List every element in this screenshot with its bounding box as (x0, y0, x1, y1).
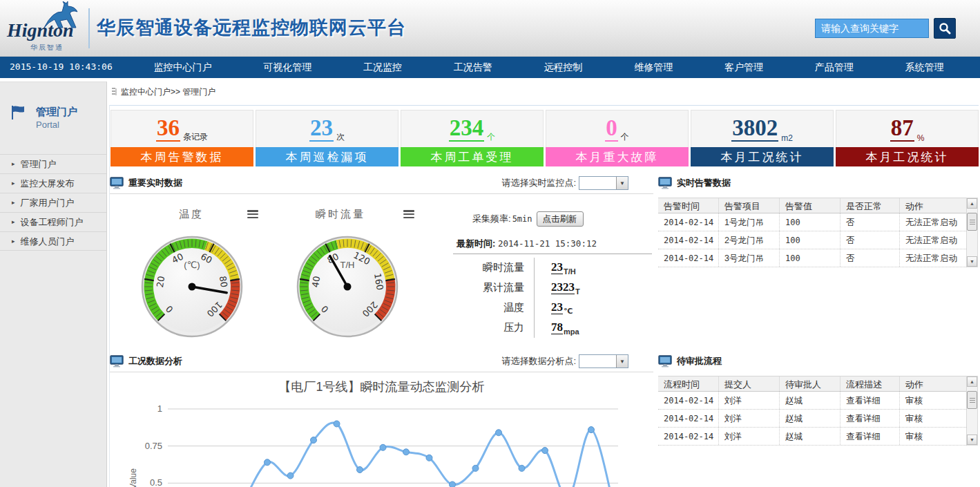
chevron-down-icon: ▼ (616, 355, 628, 367)
stat-card-2[interactable]: 23次本周巡检漏项 (256, 110, 398, 166)
search-input[interactable] (815, 19, 929, 38)
stat-number: 0 (605, 117, 618, 142)
flow-line-chart: 10.750.5Value (110, 396, 653, 487)
metric-value-cell: 23T/H (534, 258, 576, 278)
monitor-icon (110, 177, 124, 189)
nav-item-2[interactable]: 可视化管理 (263, 61, 311, 74)
stat-unit: 次 (336, 131, 345, 147)
scrollbar-thumb[interactable] (967, 391, 977, 409)
scroll-down-icon[interactable]: ▼ (967, 256, 977, 267)
table-cell: 赵城 (780, 392, 840, 409)
column-header: 流程描述 (840, 376, 900, 391)
scroll-up-icon[interactable]: ▲ (967, 376, 977, 387)
stat-card-6[interactable]: 87%本月工况统计 (836, 110, 979, 166)
table-cell[interactable]: 查看详细 (840, 392, 900, 409)
nav-timestamp: 2015-10-19 10:43:06 (10, 61, 113, 72)
stat-card-1[interactable]: 36条记录本周告警数据 (111, 110, 253, 166)
table-row: 2014-02-14刘洋赵城查看详细审核 (658, 410, 966, 428)
nav-item-4[interactable]: 工况告警 (454, 61, 492, 74)
table-cell: 刘洋 (719, 428, 780, 445)
metric-row-4: 压力78mpa (453, 318, 653, 338)
temperature-gauge: 020406080100(℃) (140, 235, 244, 338)
table-cell: 2014-02-14 (658, 231, 719, 249)
panel-realtime-header: 重要实时数据 请选择实时监控点: ▼ (110, 173, 653, 193)
grip-icon (970, 398, 975, 403)
table-header-row: 告警时间告警项目告警值是否正常动作 (658, 198, 966, 213)
scrollbar[interactable]: ▲▼ (966, 376, 978, 446)
stat-card-5[interactable]: 3802m2本月工况统计 (691, 110, 834, 166)
metric-unit: ℃ (564, 307, 573, 318)
search-box (815, 18, 956, 39)
grip-icon (112, 88, 115, 96)
scrollbar-track[interactable] (967, 387, 977, 435)
collect-frequency-row: 采集频率: 5min 点击刷新 (472, 211, 584, 227)
sidebar-item-3[interactable]: ▸厂家用户门户 (0, 193, 106, 212)
content-area: 36条记录本周告警数据23次本周巡检漏项234个本周工单受理0个本月重大故障38… (109, 105, 979, 487)
metric-value: 23 (551, 301, 563, 314)
search-button[interactable] (934, 18, 956, 39)
triangle-right-icon: ▸ (12, 155, 15, 173)
metric-row-3: 温度23℃ (453, 298, 653, 318)
table-cell[interactable]: 审核 (900, 392, 966, 409)
table-cell: 无法正常启动 (900, 231, 966, 249)
alarm-table: 告警时间告警项目告警值是否正常动作2014-02-141号龙门吊100否无法正常… (658, 198, 978, 267)
sidebar-item-2[interactable]: ▸监控大屏发布 (0, 173, 106, 193)
sidebar-item-1[interactable]: ▸管理门户 (0, 154, 106, 173)
chart-menu-icon[interactable] (247, 210, 258, 218)
scroll-up-icon[interactable]: ▲ (967, 198, 977, 209)
nav-item-6[interactable]: 维修管理 (634, 61, 673, 74)
svg-text:0.5: 0.5 (150, 477, 162, 487)
logo[interactable]: Hignton 华辰智通 (6, 1, 88, 55)
refresh-button[interactable]: 点击刷新 (537, 211, 584, 227)
sidebar-item-4[interactable]: ▸设备工程师门户 (0, 212, 106, 231)
scrollbar[interactable]: ▲▼ (966, 198, 978, 267)
metric-value: 23 (551, 261, 563, 274)
metric-unit: T/H (564, 267, 576, 278)
column-header: 提交人 (719, 376, 780, 391)
nav-item-1[interactable]: 监控中心门户 (153, 61, 211, 74)
nav-item-8[interactable]: 产品管理 (815, 61, 854, 74)
triangle-right-icon: ▸ (12, 213, 15, 231)
scrollbar-track[interactable] (967, 209, 977, 256)
stat-value-area: 0个 (546, 110, 689, 147)
table-cell: 赵城 (780, 428, 840, 445)
column-header: 告警值 (780, 198, 840, 213)
sidebar-title: 管理门户 (36, 106, 77, 119)
panel-realtime-data: 重要实时数据 请选择实时监控点: ▼ 温度 瞬时流量 020406080100(… (110, 173, 653, 351)
monitor-point-select[interactable]: ▼ (579, 176, 628, 190)
panel-approval-title: 待审批流程 (677, 355, 722, 367)
table-row: 2014-02-14刘洋赵城查看详细审核 (658, 428, 966, 446)
metric-label: 压力 (453, 321, 534, 334)
table-row: 2014-02-141号龙门吊100否无法正常启动 (658, 213, 966, 231)
stat-card-4[interactable]: 0个本月重大故障 (546, 110, 689, 166)
scroll-down-icon[interactable]: ▼ (967, 435, 977, 445)
breadcrumb[interactable]: 监控中心门户>> 管理门户 (112, 84, 215, 99)
analysis-point-select[interactable]: ▼ (579, 354, 628, 368)
nav-item-3[interactable]: 工况监控 (363, 61, 402, 74)
sidebar-item-5[interactable]: ▸维修人员门户 (0, 231, 106, 251)
svg-text:40: 40 (310, 275, 322, 288)
metric-label: 累计流量 (453, 281, 534, 294)
panel-analysis-header: 工况数据分析 请选择数据分析点: ▼ (110, 351, 653, 372)
stat-number: 23 (309, 117, 334, 142)
stat-label-bar: 本月工况统计 (836, 147, 979, 166)
nav-item-9[interactable]: 系统管理 (905, 61, 944, 74)
table-cell: 1号龙门吊 (719, 213, 780, 231)
scrollbar-thumb[interactable] (967, 213, 977, 231)
main-navbar: 2015-10-19 10:43:06 监控中心门户可视化管理工况监控工况告警远… (0, 57, 980, 78)
stat-unit: 条记录 (183, 131, 208, 147)
stat-number: 87 (890, 117, 914, 142)
stat-card-3[interactable]: 234个本周工单受理 (401, 110, 544, 166)
app-header: Hignton 华辰智通 华辰智通设备远程监控物联网云平台 (0, 0, 980, 57)
table-cell[interactable]: 审核 (900, 410, 966, 427)
chart-menu-icon[interactable] (403, 210, 414, 218)
flow-gauge: 04080120160200T/H (296, 235, 399, 338)
nav-item-7[interactable]: 客户管理 (724, 61, 763, 74)
table-cell[interactable]: 查看详细 (840, 428, 900, 445)
table-cell[interactable]: 审核 (900, 428, 966, 445)
chart-title: 【电厂1号线】瞬时流量动态监测分析 (110, 379, 653, 395)
monitor-icon (110, 355, 124, 367)
table-cell[interactable]: 查看详细 (840, 410, 900, 427)
logo-text: Hignton (7, 19, 73, 41)
nav-item-5[interactable]: 远程控制 (544, 61, 582, 74)
